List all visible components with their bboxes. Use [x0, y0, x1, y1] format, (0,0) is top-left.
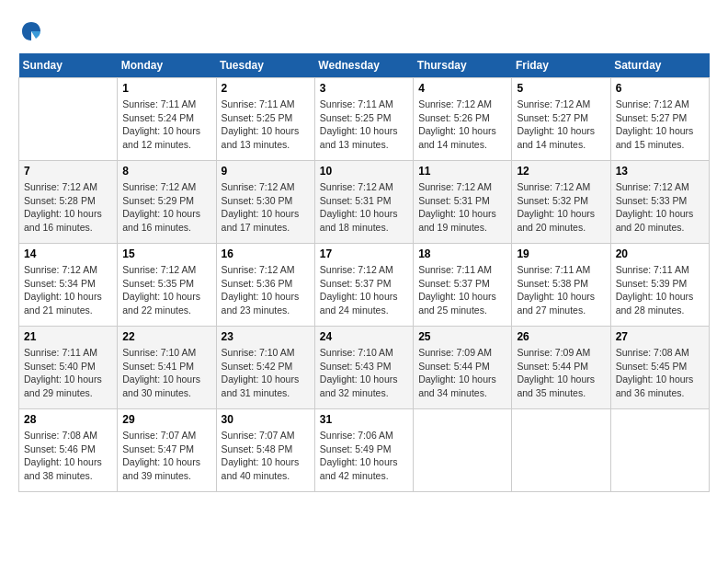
- calendar-cell: 8Sunrise: 7:12 AMSunset: 5:29 PMDaylight…: [118, 161, 216, 244]
- calendar-cell: 16Sunrise: 7:12 AMSunset: 5:36 PMDayligh…: [216, 244, 314, 327]
- day-number: 24: [320, 330, 408, 343]
- calendar-cell: 15Sunrise: 7:12 AMSunset: 5:35 PMDayligh…: [118, 244, 216, 327]
- day-info: Sunrise: 7:12 AMSunset: 5:29 PMDaylight:…: [122, 180, 210, 235]
- day-info: Sunrise: 7:12 AMSunset: 5:31 PMDaylight:…: [320, 180, 408, 235]
- calendar-cell: 29Sunrise: 7:07 AMSunset: 5:47 PMDayligh…: [118, 409, 216, 492]
- day-header-monday: Monday: [118, 53, 216, 78]
- day-number: 27: [616, 330, 704, 343]
- day-number: 5: [517, 82, 605, 95]
- logo: [18, 18, 48, 44]
- day-number: 31: [320, 413, 408, 426]
- day-number: 13: [616, 165, 704, 178]
- day-number: 2: [222, 82, 310, 95]
- day-info: Sunrise: 7:11 AMSunset: 5:37 PMDaylight:…: [418, 263, 506, 317]
- day-info: Sunrise: 7:12 AMSunset: 5:35 PMDaylight:…: [122, 263, 210, 317]
- day-info: Sunrise: 7:10 AMSunset: 5:43 PMDaylight:…: [320, 346, 408, 400]
- calendar-cell: 2Sunrise: 7:11 AMSunset: 5:25 PMDaylight…: [216, 78, 314, 161]
- day-header-sunday: Sunday: [19, 53, 118, 78]
- day-number: 18: [418, 247, 506, 260]
- calendar-cell: 31Sunrise: 7:06 AMSunset: 5:49 PMDayligh…: [314, 409, 413, 492]
- day-info: Sunrise: 7:12 AMSunset: 5:30 PMDaylight:…: [222, 180, 310, 235]
- day-header-wednesday: Wednesday: [314, 53, 413, 78]
- day-info: Sunrise: 7:10 AMSunset: 5:42 PMDaylight:…: [222, 346, 310, 400]
- day-info: Sunrise: 7:12 AMSunset: 5:28 PMDaylight:…: [24, 180, 112, 235]
- day-number: 21: [24, 330, 112, 343]
- calendar-cell: 4Sunrise: 7:12 AMSunset: 5:26 PMDaylight…: [414, 78, 512, 161]
- day-info: Sunrise: 7:06 AMSunset: 5:49 PMDaylight:…: [320, 429, 408, 483]
- day-number: 6: [616, 82, 704, 95]
- calendar-cell: 11Sunrise: 7:12 AMSunset: 5:31 PMDayligh…: [414, 161, 512, 244]
- calendar-cell: [610, 409, 709, 492]
- day-info: Sunrise: 7:12 AMSunset: 5:26 PMDaylight:…: [418, 98, 506, 152]
- calendar-week-5: 28Sunrise: 7:08 AMSunset: 5:46 PMDayligh…: [19, 409, 710, 492]
- calendar-cell: 14Sunrise: 7:12 AMSunset: 5:34 PMDayligh…: [19, 244, 118, 327]
- day-header-friday: Friday: [512, 53, 610, 78]
- calendar-cell: 23Sunrise: 7:10 AMSunset: 5:42 PMDayligh…: [216, 327, 314, 409]
- day-number: 22: [122, 330, 210, 343]
- calendar-cell: 12Sunrise: 7:12 AMSunset: 5:32 PMDayligh…: [512, 161, 610, 244]
- calendar-cell: 30Sunrise: 7:07 AMSunset: 5:48 PMDayligh…: [216, 409, 314, 492]
- day-info: Sunrise: 7:11 AMSunset: 5:38 PMDaylight:…: [517, 263, 605, 317]
- day-info: Sunrise: 7:09 AMSunset: 5:44 PMDaylight:…: [517, 346, 605, 400]
- day-number: 1: [122, 82, 210, 95]
- calendar-cell: 22Sunrise: 7:10 AMSunset: 5:41 PMDayligh…: [118, 327, 216, 409]
- calendar-cell: [512, 409, 610, 492]
- day-info: Sunrise: 7:07 AMSunset: 5:47 PMDaylight:…: [122, 429, 210, 483]
- day-info: Sunrise: 7:12 AMSunset: 5:31 PMDaylight:…: [418, 180, 506, 235]
- day-number: 25: [418, 330, 506, 343]
- day-header-tuesday: Tuesday: [216, 53, 314, 78]
- day-number: 9: [222, 165, 310, 178]
- day-info: Sunrise: 7:08 AMSunset: 5:45 PMDaylight:…: [616, 346, 704, 400]
- calendar-cell: 17Sunrise: 7:12 AMSunset: 5:37 PMDayligh…: [314, 244, 413, 327]
- calendar-cell: 19Sunrise: 7:11 AMSunset: 5:38 PMDayligh…: [512, 244, 610, 327]
- day-number: 26: [517, 330, 605, 343]
- calendar-cell: 1Sunrise: 7:11 AMSunset: 5:24 PMDaylight…: [118, 78, 216, 161]
- day-number: 4: [418, 82, 506, 95]
- day-info: Sunrise: 7:12 AMSunset: 5:36 PMDaylight:…: [222, 263, 310, 317]
- calendar-cell: 25Sunrise: 7:09 AMSunset: 5:44 PMDayligh…: [414, 327, 512, 409]
- day-info: Sunrise: 7:11 AMSunset: 5:39 PMDaylight:…: [616, 263, 704, 317]
- calendar-cell: 26Sunrise: 7:09 AMSunset: 5:44 PMDayligh…: [512, 327, 610, 409]
- day-info: Sunrise: 7:07 AMSunset: 5:48 PMDaylight:…: [222, 429, 310, 483]
- day-info: Sunrise: 7:11 AMSunset: 5:25 PMDaylight:…: [222, 98, 310, 152]
- day-info: Sunrise: 7:11 AMSunset: 5:24 PMDaylight:…: [122, 98, 210, 152]
- day-info: Sunrise: 7:12 AMSunset: 5:33 PMDaylight:…: [616, 180, 704, 235]
- calendar-cell: 10Sunrise: 7:12 AMSunset: 5:31 PMDayligh…: [314, 161, 413, 244]
- calendar-cell: 24Sunrise: 7:10 AMSunset: 5:43 PMDayligh…: [314, 327, 413, 409]
- day-info: Sunrise: 7:12 AMSunset: 5:32 PMDaylight:…: [517, 180, 605, 235]
- day-number: 20: [616, 247, 704, 260]
- day-info: Sunrise: 7:09 AMSunset: 5:44 PMDaylight:…: [418, 346, 506, 400]
- day-number: 29: [122, 413, 210, 426]
- calendar-cell: 27Sunrise: 7:08 AMSunset: 5:45 PMDayligh…: [610, 327, 709, 409]
- day-info: Sunrise: 7:11 AMSunset: 5:25 PMDaylight:…: [320, 98, 408, 152]
- day-number: 12: [517, 165, 605, 178]
- day-info: Sunrise: 7:12 AMSunset: 5:37 PMDaylight:…: [320, 263, 408, 317]
- day-info: Sunrise: 7:11 AMSunset: 5:40 PMDaylight:…: [24, 346, 112, 400]
- day-info: Sunrise: 7:12 AMSunset: 5:27 PMDaylight:…: [616, 98, 704, 152]
- calendar-cell: 13Sunrise: 7:12 AMSunset: 5:33 PMDayligh…: [610, 161, 709, 244]
- calendar-cell: 7Sunrise: 7:12 AMSunset: 5:28 PMDaylight…: [19, 161, 118, 244]
- day-number: 10: [320, 165, 408, 178]
- calendar-cell: 18Sunrise: 7:11 AMSunset: 5:37 PMDayligh…: [414, 244, 512, 327]
- calendar-week-1: 1Sunrise: 7:11 AMSunset: 5:24 PMDaylight…: [19, 78, 710, 161]
- calendar-table: SundayMondayTuesdayWednesdayThursdayFrid…: [18, 53, 710, 492]
- calendar-cell: 3Sunrise: 7:11 AMSunset: 5:25 PMDaylight…: [314, 78, 413, 161]
- day-number: 30: [222, 413, 310, 426]
- calendar-cell: 5Sunrise: 7:12 AMSunset: 5:27 PMDaylight…: [512, 78, 610, 161]
- calendar-week-3: 14Sunrise: 7:12 AMSunset: 5:34 PMDayligh…: [19, 244, 710, 327]
- day-info: Sunrise: 7:08 AMSunset: 5:46 PMDaylight:…: [24, 429, 112, 483]
- page-header: [18, 18, 710, 44]
- day-number: 3: [320, 82, 408, 95]
- day-info: Sunrise: 7:12 AMSunset: 5:34 PMDaylight:…: [24, 263, 112, 317]
- calendar-cell: 28Sunrise: 7:08 AMSunset: 5:46 PMDayligh…: [19, 409, 118, 492]
- day-number: 7: [24, 165, 112, 178]
- calendar-cell: 20Sunrise: 7:11 AMSunset: 5:39 PMDayligh…: [610, 244, 709, 327]
- day-number: 11: [418, 165, 506, 178]
- day-number: 28: [24, 413, 112, 426]
- calendar-cell: [19, 78, 118, 161]
- calendar-cell: 6Sunrise: 7:12 AMSunset: 5:27 PMDaylight…: [610, 78, 709, 161]
- day-number: 19: [517, 247, 605, 260]
- calendar-cell: 9Sunrise: 7:12 AMSunset: 5:30 PMDaylight…: [216, 161, 314, 244]
- calendar-cell: 21Sunrise: 7:11 AMSunset: 5:40 PMDayligh…: [19, 327, 118, 409]
- day-number: 23: [222, 330, 310, 343]
